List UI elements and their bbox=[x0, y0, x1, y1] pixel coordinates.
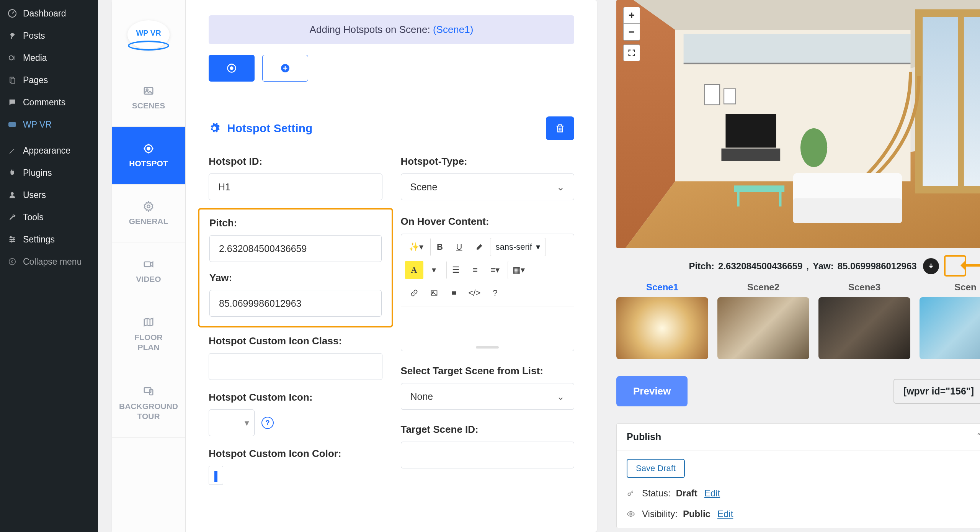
rte-align-button[interactable]: ≡▾ bbox=[486, 261, 505, 279]
menu-dashboard[interactable]: Dashboard bbox=[0, 2, 98, 25]
status-value: Draft bbox=[676, 488, 697, 499]
menu-label: WP VR bbox=[23, 119, 52, 130]
delete-hotspot-button[interactable] bbox=[546, 116, 574, 140]
icon-class-input[interactable] bbox=[209, 353, 382, 380]
rte-code-button[interactable]: </> bbox=[465, 284, 485, 302]
media-icon bbox=[7, 52, 18, 63]
hotspot-id-input[interactable] bbox=[209, 174, 382, 200]
rte-video-button[interactable] bbox=[445, 284, 463, 302]
tab-label: HOTSPOT bbox=[129, 159, 168, 168]
font-name: sans-serif bbox=[496, 242, 532, 252]
menu-users[interactable]: Users bbox=[0, 184, 98, 206]
svg-rect-35 bbox=[721, 149, 780, 161]
svg-rect-34 bbox=[725, 114, 776, 148]
banner-scene-link[interactable]: (Scene1) bbox=[433, 24, 474, 35]
pitch-field: Pitch: bbox=[209, 217, 382, 262]
rte-eraser-button[interactable] bbox=[470, 238, 488, 256]
menu-plugins[interactable]: Plugins bbox=[0, 162, 98, 184]
rte-help-button[interactable]: ? bbox=[486, 284, 504, 302]
dashboard-icon bbox=[7, 8, 18, 19]
rte-image-button[interactable] bbox=[425, 284, 443, 302]
hotspot-current-button[interactable] bbox=[209, 55, 255, 82]
scene-tile-1[interactable]: Scene1 bbox=[616, 282, 708, 359]
rte-bold-button[interactable]: B bbox=[430, 238, 449, 256]
custom-icon-field: Hotspot Custom Icon: ▾ ? bbox=[209, 391, 382, 436]
collapse-menu[interactable]: Collapse menu bbox=[0, 250, 98, 273]
rte-ul-button[interactable]: ☰ bbox=[446, 261, 465, 279]
save-draft-button[interactable]: Save Draft bbox=[627, 459, 685, 478]
menu-comments[interactable]: Comments bbox=[0, 91, 98, 113]
zoom-out-button[interactable]: − bbox=[623, 24, 640, 41]
yaw-input[interactable] bbox=[209, 290, 382, 317]
scene-name: Scene2 bbox=[717, 282, 809, 297]
pitch-input[interactable] bbox=[209, 235, 382, 262]
tab-scenes[interactable]: SCENES bbox=[112, 69, 185, 127]
scene-tile-3[interactable]: Scene3 bbox=[818, 282, 910, 359]
custom-icon-select[interactable]: ▾ bbox=[209, 409, 255, 436]
rte-content-area[interactable] bbox=[401, 306, 574, 345]
scene-thumb bbox=[616, 297, 708, 359]
tab-floorplan[interactable]: FLOOR PLAN bbox=[112, 300, 185, 369]
hotspot-type-select[interactable]: Scene ⌄ bbox=[401, 174, 575, 200]
rte-font-select[interactable]: sans-serif▾ bbox=[490, 238, 546, 256]
logo-text: WP VR bbox=[136, 29, 161, 38]
target-icon bbox=[143, 143, 154, 154]
svg-rect-32 bbox=[684, 34, 911, 64]
fullscreen-button[interactable] bbox=[623, 44, 640, 61]
collapse-icon bbox=[7, 256, 18, 267]
tab-bgtour[interactable]: BACKGROUND TOUR bbox=[112, 369, 185, 438]
panel-up-button[interactable]: ˄ bbox=[977, 432, 980, 442]
edit-status-link[interactable]: Edit bbox=[704, 488, 720, 499]
menu-wpvr[interactable]: WP VR bbox=[0, 113, 98, 136]
color-picker[interactable] bbox=[209, 466, 223, 485]
target-scene-select[interactable]: None ⌄ bbox=[401, 383, 575, 410]
visibility-value: Public bbox=[683, 509, 710, 519]
tab-label: PLAN bbox=[137, 343, 159, 352]
zoom-in-button[interactable]: + bbox=[623, 7, 640, 24]
rte-table-button[interactable]: ▦▾ bbox=[508, 261, 529, 279]
chevron-down-icon: ▾ bbox=[536, 242, 540, 252]
preview-button[interactable]: Preview bbox=[616, 376, 688, 406]
rte-textcolor-more[interactable]: ▾ bbox=[425, 261, 443, 279]
rte-link-button[interactable] bbox=[405, 284, 423, 302]
icon-color-field: Hotspot Custom Icon Color: bbox=[209, 448, 382, 485]
menu-settings[interactable]: Settings bbox=[0, 228, 98, 250]
on-hover-field: On Hover Content: ✨▾ B U sans-serif▾ A bbox=[401, 216, 575, 351]
rte-magic-icon[interactable]: ✨▾ bbox=[405, 238, 427, 256]
edit-visibility-link[interactable]: Edit bbox=[717, 509, 733, 519]
tab-general[interactable]: GENERAL bbox=[112, 185, 185, 242]
dot-circle-icon bbox=[226, 63, 237, 74]
menu-label: Users bbox=[23, 190, 46, 200]
menu-media[interactable]: Media bbox=[0, 47, 98, 69]
info-icon[interactable]: ? bbox=[261, 417, 274, 429]
menu-label: Tools bbox=[23, 212, 44, 223]
tab-hotspot[interactable]: HOTSPOT bbox=[112, 127, 185, 185]
tab-video[interactable]: VIDEO bbox=[112, 242, 185, 300]
menu-tools[interactable]: Tools bbox=[0, 206, 98, 228]
scene-tile-4[interactable]: Scen bbox=[920, 282, 980, 359]
apply-pitch-yaw-button[interactable] bbox=[923, 258, 939, 274]
rte-ol-button[interactable]: ≡ bbox=[466, 261, 485, 279]
svg-point-8 bbox=[11, 241, 12, 242]
key-icon bbox=[627, 489, 637, 497]
menu-pages[interactable]: Pages bbox=[0, 69, 98, 91]
menu-appearance[interactable]: Appearance bbox=[0, 139, 98, 162]
menu-posts[interactable]: Posts bbox=[0, 25, 98, 47]
rte-textcolor-button[interactable]: A bbox=[405, 261, 423, 279]
rte-resize-handle[interactable] bbox=[401, 345, 574, 351]
panorama-preview[interactable]: + − bbox=[616, 0, 980, 248]
shortcode-display: [wpvr id="156"] bbox=[893, 379, 980, 404]
scene-tile-2[interactable]: Scene2 bbox=[717, 282, 809, 359]
map-icon bbox=[143, 316, 154, 328]
py-yaw-val: 85.0699986012963 bbox=[838, 261, 917, 272]
brush-icon bbox=[7, 145, 18, 156]
wp-admin-sidebar: Dashboard Posts Media Pages Comments WP … bbox=[0, 0, 98, 532]
rte-underline-button[interactable]: U bbox=[450, 238, 469, 256]
preview-column: + − Pitch: 2.632084500436659, Yaw: 85.06… bbox=[597, 0, 980, 532]
fullscreen-icon bbox=[627, 49, 636, 57]
target-scene-id-input[interactable] bbox=[401, 442, 575, 468]
hotspot-add-button[interactable] bbox=[262, 55, 308, 82]
pitch-yaw-readout: Pitch: 2.632084500436659, Yaw: 85.069998… bbox=[616, 248, 980, 282]
hotspot-id-field: Hotspot ID: bbox=[209, 156, 382, 200]
svg-point-13 bbox=[147, 147, 150, 150]
